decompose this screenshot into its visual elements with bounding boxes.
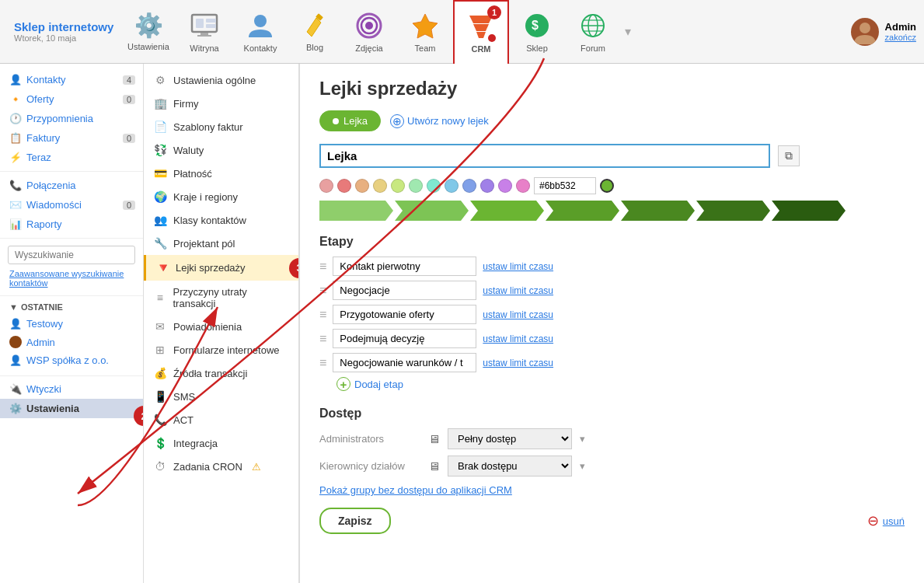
menu-item-sms[interactable]: 📱SMS [144, 385, 298, 408]
nav-sklep[interactable]: $ Sklep [509, 0, 565, 64]
stage-link-0[interactable]: ustaw limit czasu [483, 261, 553, 272]
arrow-4[interactable] [546, 201, 619, 221]
stage-link-2[interactable]: ustaw limit czasu [483, 309, 553, 320]
recent-wsp[interactable]: 👤 WSP spółka z o.o. [0, 351, 143, 369]
arrow-2[interactable] [395, 201, 469, 221]
arrow-7[interactable] [772, 201, 846, 221]
access-select-1[interactable]: Pełny dostęp Brak dostępu Tylko odczyt [448, 456, 572, 477]
menu-item-powiadomienia[interactable]: ✉Powiadomienia [144, 315, 298, 338]
color-circle-3[interactable] [373, 179, 387, 193]
sidebar-item-teraz[interactable]: ⚡ Teraz [0, 148, 143, 167]
stage-input-2[interactable] [333, 305, 476, 324]
advanced-search-link[interactable]: Zaawansowane wyszukiwanie kontaktów [0, 267, 143, 289]
tab-lejka[interactable]: Lejka [319, 110, 381, 131]
stage-input-4[interactable] [333, 353, 476, 372]
color-circle-6[interactable] [427, 179, 441, 193]
stage-link-1[interactable]: ustaw limit czasu [483, 285, 553, 296]
menu-item-klasy[interactable]: 👥Klasy kontaktów [144, 208, 298, 232]
menu-item-zadania[interactable]: ⏱Zadania CRON⚠ [144, 455, 298, 478]
recent-admin[interactable]: Admin [0, 333, 143, 351]
menu-item-firmy[interactable]: 🏢Firmy [144, 92, 298, 115]
access-select-0[interactable]: Pełny dostęp Brak dostępu Tylko odczyt [448, 428, 572, 449]
arrow-1[interactable] [319, 201, 393, 221]
color-circle-5[interactable] [409, 179, 423, 193]
menu-item-projektant[interactable]: 🔧Projektant pól [144, 232, 298, 255]
nav-crm[interactable]: CRM 1 [453, 0, 509, 64]
menu-item-kraje[interactable]: 🌍Kraje i regiony [144, 185, 298, 208]
color-circle-4[interactable] [391, 179, 405, 193]
color-circle-8[interactable] [462, 179, 476, 193]
search-input[interactable] [8, 246, 135, 264]
arrow-6[interactable] [696, 201, 770, 221]
svg-rect-0 [192, 15, 217, 32]
delete-link[interactable]: usuń [883, 515, 905, 527]
menu-item-ustawienia-ogolne[interactable]: ⚙Ustawienia ogólne [144, 68, 298, 92]
access-dropdown-icon-0: ▾ [580, 433, 585, 445]
main-layout: 👤 Kontakty 4 🔸 Oferty 0 🕐 Przypomnienia … [0, 64, 924, 583]
hex-color-input[interactable] [534, 177, 596, 194]
sidebar-item-wtyczki[interactable]: 🔌 Wtyczki [0, 379, 143, 399]
menu-item-platnosc[interactable]: 💳Płatność [144, 162, 298, 185]
menu-item-szablony[interactable]: 📄Szablony faktur [144, 115, 298, 138]
sidebar-item-przypomnienia[interactable]: 🕐 Przypomnienia [0, 109, 143, 128]
arrow-3[interactable] [470, 201, 544, 221]
color-circle-0[interactable] [319, 179, 333, 193]
svg-marker-27 [546, 201, 619, 221]
sidebar-item-ustawienia[interactable]: ⚙️ Ustawienia 2 [0, 399, 143, 418]
lejka-name-input[interactable] [319, 144, 770, 168]
wiadomosci-icon: ✉️ [9, 199, 22, 211]
stage-link-3[interactable]: ustaw limit czasu [483, 333, 553, 344]
menu-item-przyczyny[interactable]: ≡Przyczyny utraty transakcji [144, 281, 298, 315]
save-button[interactable]: Zapisz [319, 508, 391, 534]
color-circle-1[interactable] [337, 179, 351, 193]
faktury-icon: 📋 [9, 132, 22, 144]
menu-item-waluty[interactable]: 💱Waluty [144, 138, 298, 162]
add-stage-row[interactable]: + Dodaj etap [336, 377, 905, 391]
sidebar-item-raporty[interactable]: 📊 Raporty [0, 215, 143, 234]
menu-item-zrodla[interactable]: 💰Źródła transakcji [144, 361, 298, 385]
drag-handle-1[interactable]: ≡ [319, 284, 326, 298]
color-circle-10[interactable] [498, 179, 512, 193]
color-circle-7[interactable] [445, 179, 459, 193]
nav-team[interactable]: Team [397, 0, 453, 64]
sidebar-item-wiadomosci[interactable]: ✉️ Wiadomości 0 [0, 195, 143, 215]
drag-handle-2[interactable]: ≡ [319, 308, 326, 322]
tab-new-lejek[interactable]: ⊕ Utwórz nowy lejek [390, 114, 489, 128]
menu-item-lejki[interactable]: 🔻 Lejki sprzedaży 3 [144, 255, 298, 281]
stage-link-4[interactable]: ustaw limit czasu [483, 358, 553, 368]
menu-item-act[interactable]: 📞ACT [144, 408, 298, 431]
nav-blog[interactable]: Blog [288, 0, 341, 64]
sidebar-item-kontakty[interactable]: 👤 Kontakty 4 [0, 70, 143, 89]
color-circle-selected[interactable] [600, 179, 614, 193]
recent-testowy[interactable]: 👤 Testowy [0, 315, 143, 333]
menu-item-integracja[interactable]: 💲Integracja [144, 431, 298, 455]
raporty-icon: 📊 [9, 218, 22, 230]
color-circle-11[interactable] [516, 179, 530, 193]
menu-item-formularze[interactable]: ⊞Formularze internetowe [144, 338, 298, 361]
delete-row[interactable]: ⊖ usuń [867, 512, 905, 529]
svg-marker-30 [772, 201, 846, 221]
nav-zdjecia[interactable]: Zdjęcia [341, 0, 397, 64]
user-name: Admin [885, 21, 916, 33]
arrow-5[interactable] [621, 201, 695, 221]
nav-witryna[interactable]: Witryna [176, 0, 232, 64]
copy-button[interactable]: ⧉ [778, 145, 800, 166]
stage-input-1[interactable] [333, 281, 476, 300]
svg-rect-2 [206, 19, 216, 23]
color-circle-2[interactable] [355, 179, 369, 193]
nav-kontakty[interactable]: Kontakty [232, 0, 288, 64]
show-groups-link[interactable]: Pokaż grupy bez dostępu do aplikacji CRM [319, 484, 905, 496]
drag-handle-4[interactable]: ≡ [319, 356, 326, 370]
nav-ustawienia[interactable]: ⚙️ Ustawienia [120, 0, 176, 64]
nav-more-arrow[interactable]: ▾ [621, 24, 635, 39]
stage-input-3[interactable] [333, 329, 476, 348]
user-logout[interactable]: zakończ [885, 33, 916, 42]
sidebar-item-faktury[interactable]: 📋 Faktury 0 [0, 128, 143, 148]
color-circle-9[interactable] [480, 179, 494, 193]
sidebar-item-oferty[interactable]: 🔸 Oferty 0 [0, 89, 143, 109]
stage-input-0[interactable] [333, 257, 476, 276]
nav-forum[interactable]: Forum [565, 0, 621, 64]
drag-handle-3[interactable]: ≡ [319, 332, 326, 346]
sidebar-item-polaczenia[interactable]: 📞 Połączenia [0, 176, 143, 195]
drag-handle-0[interactable]: ≡ [319, 260, 326, 274]
